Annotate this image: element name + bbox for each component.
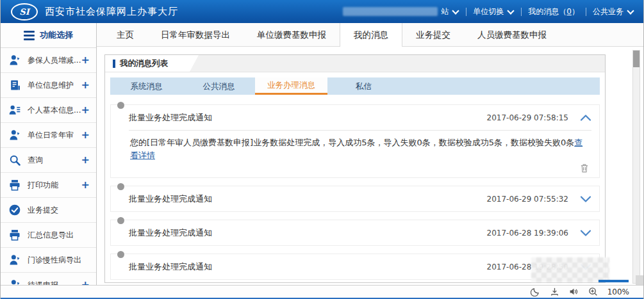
messages-panel: 我的消息列表 系统消息公共消息业务办理消息私信 批量业务处理完成通知 2017-… [104, 54, 606, 283]
message-timestamp: 2017-06-28 19:39:06 [487, 229, 568, 238]
message-row[interactable]: 批量业务处理完成通知 2017-06-28 19:28:50 [110, 254, 600, 280]
sidebar-item[interactable]: 单位日常年审 + [1, 123, 96, 148]
message-timestamp: 2017-06-29 07:58:15 [487, 113, 568, 122]
nav-tab[interactable]: 日常年审数据导出 [147, 23, 244, 46]
printer-icon [8, 229, 21, 241]
sidebar-header[interactable]: 功能选择 [1, 23, 96, 48]
message-title: 批量业务处理完成通知 [129, 261, 212, 273]
chevron-down-icon [452, 7, 459, 14]
sidebar-item[interactable]: 个人基本信息... + [1, 98, 96, 123]
sidebar-item[interactable]: 门诊慢性病导出 [1, 248, 96, 273]
sidebar: 功能选择 参保人员增减... + 单位信息维护 + 个人基本信息... + 单位… [1, 23, 97, 285]
zoom-level[interactable]: 100% [607, 287, 629, 296]
divider [521, 8, 522, 16]
sidebar-item[interactable]: 查询 + [1, 148, 96, 173]
sidebar-item-label: 门诊慢性病导出 [28, 255, 81, 266]
nav-tab[interactable]: 单位缴费基数申报 [244, 23, 340, 46]
unread-dot-icon [117, 183, 124, 190]
sidebar-item-label: 参保人员增减... [28, 55, 81, 66]
my-messages-label: 我的消息（ [528, 6, 566, 17]
vertical-scrollbar[interactable] [632, 50, 640, 284]
night-mode-icon[interactable] [531, 287, 540, 296]
chevron-down-icon[interactable] [580, 195, 591, 203]
message-tab[interactable]: 私信 [327, 77, 400, 95]
download-icon[interactable] [550, 287, 559, 296]
sidebar-item[interactable]: 单位信息维护 + [1, 73, 96, 98]
expand-plus-icon[interactable]: + [81, 155, 90, 165]
trash-icon[interactable] [580, 163, 589, 173]
horizontal-scrollbar-thumb[interactable] [599, 280, 629, 282]
message-row[interactable]: 批量业务处理完成通知 2017-06-29 07:58:15 您的[日常年审人员… [110, 104, 600, 178]
sidebar-item-label: 业务提交 [28, 205, 58, 216]
expand-plus-icon[interactable]: + [81, 80, 90, 90]
public-business-label: 公共业务 [593, 6, 623, 17]
my-messages-count: 0 [566, 7, 572, 16]
message-timestamp: 2017-06-29 07:55:32 [487, 195, 568, 204]
expand-plus-icon[interactable]: + [81, 105, 90, 115]
unit-switch-menu[interactable]: 单位切换 [473, 6, 515, 17]
expand-plus-icon[interactable]: + [81, 180, 90, 190]
sidebar-item[interactable]: 业务提交 [1, 198, 96, 223]
nav-tabs: 主页日常年审数据导出单位缴费基数申报我的消息业务提交人员缴费基数申报 [97, 23, 643, 47]
zoom-in-icon[interactable] [588, 287, 598, 296]
message-tab[interactable]: 系统消息 [110, 77, 183, 95]
sidebar-item-label: 单位日常年审 [28, 130, 74, 141]
nav-tab[interactable]: 主页 [103, 23, 147, 46]
printer-icon [8, 179, 21, 191]
section-title-text: 我的消息列表 [120, 58, 168, 69]
message-row[interactable]: 批量业务处理完成通知 2017-06-28 19:39:06 [110, 220, 600, 246]
message-body-text: 您的[日常年审人员缴费基数申报]业务数据处理完成，导入成功5条，导入失败0条，数… [130, 138, 574, 147]
person-icon [8, 129, 21, 141]
public-business-menu[interactable]: 公共业务 [593, 6, 634, 17]
person-icon [8, 54, 21, 67]
section-title: 我的消息列表 [105, 55, 605, 72]
message-tabs: 系统消息公共消息业务办理消息私信 [110, 77, 600, 95]
site-selector[interactable]: 站 [343, 6, 459, 17]
check-circle-icon [8, 204, 21, 216]
expand-plus-icon[interactable]: + [81, 130, 90, 140]
message-title: 批量业务处理完成通知 [129, 193, 212, 205]
sidebar-title: 功能选择 [40, 29, 73, 41]
app-logo-icon: SI [11, 3, 38, 20]
sidebar-item[interactable]: 汇总信息导出 [1, 223, 96, 248]
scrollbar-thumb[interactable] [633, 51, 640, 67]
sidebar-items: 参保人员增减... + 单位信息维护 + 个人基本信息... + 单位日常年审 … [1, 48, 96, 299]
accent-bar [113, 60, 115, 68]
unread-dot-icon [117, 102, 124, 109]
scrollbar-corner [636, 275, 643, 285]
sidebar-item-label: 汇总信息导出 [28, 230, 74, 241]
nav-tab[interactable]: 业务提交 [402, 23, 464, 46]
speaker-icon[interactable] [569, 287, 579, 296]
building-icon [8, 79, 21, 92]
sidebar-item-label: 单位信息维护 [28, 80, 74, 91]
sidebar-item[interactable]: 参保人员增减... + [1, 48, 96, 73]
watermark-redacted [531, 257, 609, 282]
chevron-down-icon [508, 7, 515, 14]
sidebar-item-label: 个人基本信息... [28, 105, 81, 116]
message-row[interactable]: 批量业务处理完成通知 2017-06-29 07:55:32 [110, 186, 600, 212]
site-suffix: 站 [441, 6, 449, 17]
expand-plus-icon[interactable]: + [81, 55, 90, 65]
chevron-up-icon[interactable] [580, 114, 591, 122]
app-header: SI 西安市社会保障网上办事大厅 站 单位切换 我的消息（0） 公共业务 [1, 0, 643, 23]
my-messages-link[interactable]: 我的消息（0） [528, 6, 579, 17]
hamburger-menu-icon [24, 31, 35, 40]
message-title: 批量业务处理完成通知 [129, 112, 212, 124]
message-body: 您的[日常年审人员缴费基数申报]业务数据处理完成，导入成功5条，导入失败0条，数… [129, 130, 591, 161]
nav-tab[interactable]: 我的消息 [340, 23, 402, 47]
chevron-down-icon [627, 7, 634, 14]
person-list-icon [8, 104, 21, 117]
unread-dot-icon [117, 251, 124, 258]
sidebar-item-label: 查询 [28, 155, 43, 166]
divider [586, 8, 586, 16]
message-tab[interactable]: 业务办理消息 [255, 77, 327, 95]
search-icon [8, 154, 21, 166]
sidebar-item[interactable]: 打印功能 + [1, 173, 96, 198]
message-title: 批量业务处理完成通知 [129, 227, 212, 239]
chevron-down-icon[interactable] [580, 229, 591, 237]
message-tab[interactable]: 公共消息 [183, 77, 255, 95]
message-list: 批量业务处理完成通知 2017-06-29 07:58:15 您的[日常年审人员… [105, 95, 605, 280]
my-messages-label-close: ） [572, 6, 579, 17]
application-window: SI 西安市社会保障网上办事大厅 站 单位切换 我的消息（0） 公共业务 [0, 0, 644, 299]
nav-tab[interactable]: 人员缴费基数申报 [464, 23, 560, 46]
